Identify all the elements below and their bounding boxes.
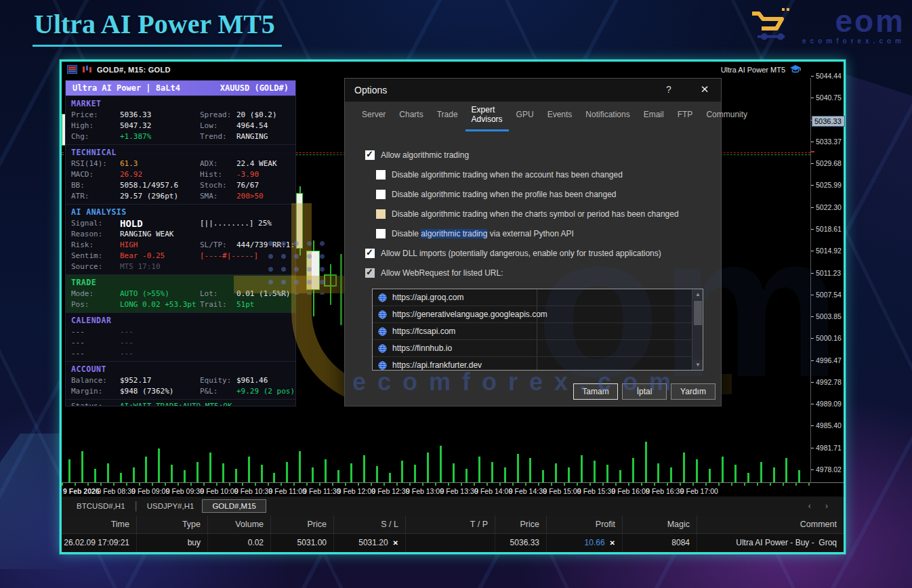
scroll-up-icon[interactable]: ▲ <box>692 289 703 299</box>
chart-bars-icon[interactable] <box>82 65 92 75</box>
checkbox-allow-algorithmic-trading[interactable]: Allow algorithmic trading <box>365 149 709 161</box>
cell-value: 26.02.09 17:09:21 <box>64 538 129 547</box>
options-dialog: Options ? ✕ ServerChartsTradeExpert Advi… <box>344 78 722 406</box>
volume-bar <box>594 461 596 482</box>
url-list-item[interactable]: https://generativelanguage.googleapis.co… <box>373 306 692 323</box>
cell-t-p <box>405 534 495 552</box>
tab-scroll-arrows[interactable]: ‹ › <box>808 501 834 511</box>
orders-list-icon[interactable] <box>67 65 77 75</box>
yard-m-button[interactable]: Yardım <box>671 383 716 400</box>
panel-row: Reason:RANGING WEAK <box>71 229 290 240</box>
url-text: https://fcsapi.com <box>392 327 455 336</box>
checkbox-disable-algorithmic-trading-via-external-p[interactable]: Disable algorithmic trading via external… <box>376 228 709 239</box>
tab-ftp[interactable]: FTP <box>671 104 699 127</box>
url-text: https://finnhub.io <box>392 343 452 353</box>
panel-section-calendar: CALENDAR------------------ <box>66 312 295 361</box>
panel-row: RSI(14):61.3ADX:22.4 WEAK <box>71 159 290 169</box>
column-header-t-p: T / P <box>405 516 495 533</box>
help-icon[interactable]: ? <box>663 84 675 95</box>
section-header: AI ANALYSIS <box>71 206 290 218</box>
volume-bar <box>363 455 365 482</box>
table-row[interactable]: 26.02.09 17:09:21buy0.025031.005031.20✕5… <box>62 534 844 552</box>
price-tick: 5011.23 <box>811 269 841 277</box>
checkbox-disable-algorithmic-trading-when-the-profi[interactable]: Disable algorithmic trading when the pro… <box>376 188 709 200</box>
globe-icon <box>378 327 387 336</box>
current-price-badge: 5036.33 <box>812 116 845 127</box>
price-tick: 4989.09 <box>811 400 842 408</box>
cell-volume: 0.02 <box>207 534 270 552</box>
tab-server[interactable]: Server <box>356 104 392 127</box>
checkbox-allow-dll-imports-potentially-dangerous-en[interactable]: Allow DLL imports (potentially dangerous… <box>365 247 709 259</box>
volume-bar <box>376 466 378 482</box>
panel-row: ------ <box>71 348 290 359</box>
checkbox-box[interactable] <box>376 190 386 199</box>
column-header-magic: Magic <box>622 516 697 533</box>
chart-tab-btcusd-h1[interactable]: BTCUSD#,H1 <box>68 499 133 513</box>
checkbox-disable-algorithmic-trading-when-the-chart[interactable]: Disable algorithmic trading when the cha… <box>376 208 709 219</box>
tab-notifications[interactable]: Notifications <box>579 104 636 127</box>
section-header: MARKET <box>71 98 290 110</box>
tab-gpu[interactable]: GPU <box>510 104 540 127</box>
field-value: 29.57 (296pt) <box>120 191 200 202</box>
url-text: https://generativelanguage.googleapis.co… <box>392 310 547 319</box>
field-value: +9.29 (2 pos) <box>236 386 295 397</box>
volume-bar <box>504 467 506 482</box>
time-label: 9 Feb 16:30 <box>646 487 684 495</box>
close-position-icon[interactable]: ✕ <box>610 539 615 547</box>
tab-email[interactable]: Email <box>638 104 670 127</box>
url-list-item[interactable]: https://api.frankfurter.dev <box>373 357 692 371</box>
url-list-item[interactable]: https://finnhub.io <box>373 340 692 357</box>
volume-bar <box>529 458 531 482</box>
scrollbar-thumb[interactable] <box>694 301 702 325</box>
tab-community[interactable]: Community <box>700 104 753 127</box>
tab-charts[interactable]: Charts <box>393 104 429 127</box>
close-position-icon[interactable]: ✕ <box>393 539 398 547</box>
tab-events[interactable]: Events <box>541 104 579 127</box>
dialog-titlebar[interactable]: Options ? ✕ <box>345 79 721 102</box>
listbox-scrollbar[interactable]: ▲ ▼ <box>692 289 703 370</box>
checkbox-label: Disable algorithmic trading when the acc… <box>392 170 623 180</box>
chart-tab-gold-m15[interactable]: GOLD#,M15 <box>202 499 266 513</box>
url-list-item[interactable]: https://fcsapi.com <box>373 323 692 340</box>
column-header-profit: Profit <box>546 516 622 533</box>
checkbox-box[interactable] <box>365 249 375 258</box>
time-label: 9 Feb 15:00 <box>543 487 581 495</box>
chart-toolbar: GOLD#, M15: GOLD Ultra AI Power MT5 <box>62 62 844 78</box>
volume-bar <box>517 454 519 482</box>
checkbox-box[interactable] <box>365 150 375 160</box>
volume-bar <box>184 470 186 482</box>
url-list-item[interactable]: https://api.groq.com <box>373 289 692 306</box>
column-header-price: Price <box>495 516 546 533</box>
column-header-type: Type <box>136 516 207 533</box>
checkbox-box[interactable] <box>365 268 375 278</box>
field-value: 51pt <box>236 299 290 310</box>
tab-expert-advisors[interactable]: Expert Advisors <box>465 99 509 131</box>
checkbox-box[interactable] <box>376 170 386 180</box>
volume-bar <box>465 469 468 482</box>
time-label: 9 Feb 13:30 <box>440 487 478 495</box>
checkbox-box[interactable] <box>376 209 386 219</box>
panel-row: ------ <box>71 327 290 337</box>
i-ptal-button[interactable]: İptal <box>622 383 667 400</box>
field-label: Mode: <box>71 289 120 299</box>
volume-bar <box>709 469 711 482</box>
panel-row: Price:5036.33Spread:20 ($0.2) <box>71 110 290 121</box>
tamam-button[interactable]: Tamam <box>573 383 618 400</box>
checkbox-disable-algorithmic-trading-when-the-accou[interactable]: Disable algorithmic trading when the acc… <box>376 169 709 180</box>
dialog-checkbox-list: Allow algorithmic tradingDisable algorit… <box>365 149 709 287</box>
price-scale[interactable]: 5044.445040.755037.065033.375029.685025.… <box>810 78 844 482</box>
field-value: 61.3 <box>120 159 200 169</box>
panel-row: ATR:29.57 (296pt)SMA:200>50 <box>71 191 290 202</box>
close-icon[interactable]: ✕ <box>698 83 711 96</box>
field-value: [||........] 25% <box>200 218 290 229</box>
volume-bar <box>722 457 724 482</box>
time-label: 9 Feb 09:30 <box>166 487 204 495</box>
checkbox-allow-webrequest-for-listed-url[interactable]: Allow WebRequest for listed URL: <box>365 267 709 278</box>
time-axis[interactable]: 9 Feb 20269 Feb 08:309 Feb 09:009 Feb 09… <box>62 482 844 497</box>
scroll-down-icon[interactable]: ▼ <box>692 360 703 370</box>
tab-trade[interactable]: Trade <box>431 104 464 127</box>
chart-tab-usdjpy-h1[interactable]: USDJPY#,H1 <box>139 499 203 513</box>
desktop-background: Ultra AI Power MT5 eom ecomforex.com GOL <box>0 0 912 588</box>
checkbox-box[interactable] <box>376 229 386 238</box>
webrequest-url-listbox[interactable]: https://api.groq.comhttps://generativela… <box>372 289 703 371</box>
